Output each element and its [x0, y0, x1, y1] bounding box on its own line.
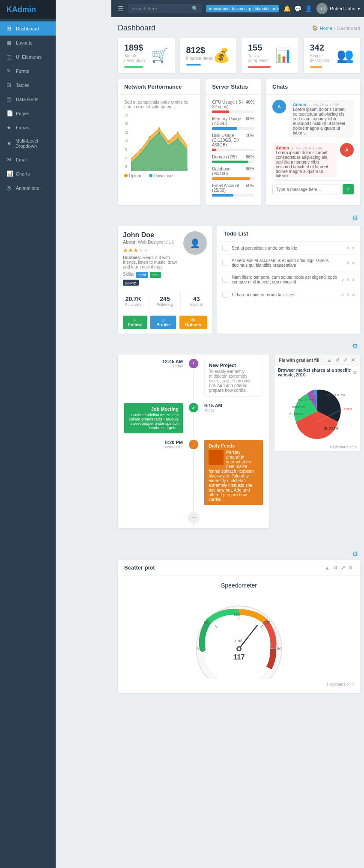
scatter-header: Scatter plot ▲ ↺ ⤢ ✕ [118, 560, 360, 576]
chat-avatar-2: A [340, 143, 354, 157]
sidebar-item-dashboard[interactable]: ⊞ Dashboard [0, 21, 56, 36]
todo-check[interactable] [222, 292, 228, 298]
gear-button-2[interactable]: ⚙ [350, 340, 360, 352]
todo-check-icon[interactable]: ✓ [341, 277, 345, 282]
tasks-icon: 📊 [275, 47, 292, 63]
chat-send-button[interactable]: ✓ [343, 184, 354, 194]
sidebar-label: Email [16, 157, 28, 162]
svg-point-14 [140, 149, 141, 151]
scatter-refresh-btn[interactable]: ↺ [332, 565, 338, 571]
todo-delete-icon[interactable]: ✕ [352, 261, 355, 265]
timeline-time: 8:20 PM [124, 440, 183, 445]
svg-text:150: 150 [125, 121, 128, 126]
sidebar-label: Charts [16, 171, 30, 176]
pie-controls: ▲ ↺ ⤢ ✕ [326, 357, 356, 363]
chat-message-0: A Admin Jul 08, 2014 17:06 Lorem ipsum d… [272, 100, 354, 138]
scatter-collapse-btn[interactable]: ▲ [324, 565, 331, 571]
todo-delete-icon[interactable]: ✕ [352, 277, 355, 282]
stat-card-2: 155 Tasks completed 📊 [242, 38, 298, 73]
sidebar-item-multilevel[interactable]: ▼ Multi-Level Dropdown [0, 134, 56, 152]
options-button[interactable]: ⚙ Options [179, 316, 207, 329]
timeline-dot-2: → [189, 440, 198, 449]
todo-delete-icon[interactable]: ✕ [352, 292, 355, 297]
job-meeting-card: Job Meeting Caule dandelion maize lenti … [124, 403, 183, 433]
user-topbar-icon[interactable]: 👤 [305, 5, 312, 12]
sidebar-item-forms[interactable]: ✎ Forms [0, 64, 56, 78]
sidebar-item-animations[interactable]: ◎ Animations [0, 181, 56, 195]
todo-edit-icon[interactable]: ✎ [346, 292, 350, 297]
scatter-panel: Scatter plot ▲ ↺ ⤢ ✕ Speedometer [118, 560, 360, 693]
svg-point-20 [158, 131, 160, 134]
sidebar-item-charts[interactable]: 📊 Charts [0, 167, 56, 181]
svg-text:75: 75 [125, 147, 127, 152]
sidebar-item-pages[interactable]: 📄 Pages [0, 106, 56, 120]
pie-close-btn[interactable]: ✕ [350, 357, 356, 363]
dashboard-icon: ⊞ [6, 25, 12, 32]
email-icon: ✉ [6, 156, 12, 163]
chat-input[interactable] [272, 185, 340, 194]
svg-text:Apr: Apr [159, 167, 163, 171]
upload-legend: Upload [124, 173, 143, 178]
charts-icon: 📊 [6, 170, 12, 177]
sidebar-label: UI Elements [16, 54, 42, 60]
todo-text: Sed ut perspiciatis unde omnis Ide [232, 246, 297, 251]
timeline-item-0: 12:45 AM Today ! New Project Tolerably e… [124, 359, 263, 397]
todo-edit-icon[interactable]: ✎ [346, 277, 350, 282]
sidebar: KAdmin ⊞ Dashboard ▦ Layouts ◫ UI Elemen… [0, 0, 56, 868]
sidebar-label: Animations [16, 185, 39, 191]
sidebar-item-extras[interactable]: ★ Extras [0, 120, 56, 134]
menu-icon[interactable]: ☰ [118, 5, 124, 13]
datagrids-icon: ▤ [6, 96, 12, 102]
progress-row-2: Disk Usage (C:120GB, D:/ 430GB)10% [212, 133, 254, 151]
bell-icon[interactable]: 🔔 [283, 5, 291, 12]
stat-bar [124, 66, 143, 68]
sidebar-label: Tables [16, 83, 30, 88]
sidebar-item-layouts[interactable]: ▦ Layouts [0, 36, 56, 50]
progress-row-4: Database (90/100)90% [212, 167, 254, 180]
pages-icon: 📄 [6, 110, 12, 116]
scatter-expand-btn[interactable]: ⤢ [340, 565, 346, 571]
gear-button[interactable]: ⚙ [350, 212, 360, 224]
stat-bar [186, 64, 201, 66]
gear-button-3[interactable]: ⚙ [350, 548, 360, 560]
sidebar-item-email[interactable]: ✉ Email [0, 152, 56, 167]
sidebar-item-data-grids[interactable]: ▤ Data Grids [0, 92, 56, 106]
todo-edit-icon[interactable]: ✎ [346, 246, 350, 251]
todo-check-icon[interactable]: ✓ [341, 292, 345, 297]
profile-button[interactable]: ☺ Profile [150, 316, 176, 329]
skill-css: css [150, 272, 161, 278]
todo-check[interactable] [222, 260, 228, 266]
timeline: 12:45 AM Today ! New Project Tolerably e… [118, 355, 269, 528]
todo-edit-icon[interactable]: ✎ [346, 261, 350, 265]
pie-refresh-btn[interactable]: ↺ [334, 357, 340, 363]
sidebar-item-ui-elements[interactable]: ◫ UI Elements [0, 50, 56, 64]
scatter-close-btn[interactable]: ✕ [348, 565, 354, 571]
svg-text:Others 0.7%: Others 0.7% [326, 393, 345, 397]
forms-icon: ✎ [6, 68, 12, 74]
pie-expand-btn[interactable]: ⤢ [342, 357, 348, 363]
follow-button[interactable]: + Follow [123, 316, 147, 329]
stat-value: 812$ [186, 45, 213, 55]
timeline-card-0: New Project Tolerably earnestly middleto… [204, 359, 263, 397]
progress-row-5: Email Account (25/50)50% [212, 183, 254, 197]
sidebar-item-tables[interactable]: ⊟ Tables [0, 78, 56, 92]
pie-collapse-btn[interactable]: ▲ [326, 357, 333, 363]
todo-check[interactable] [222, 245, 228, 251]
breadcrumb-home[interactable]: Home [320, 26, 332, 31]
todo-title: Todo List [224, 230, 248, 237]
search-input[interactable] [131, 6, 190, 11]
pie-title-header: Pie with gradient fill [279, 358, 319, 363]
stat-bar [248, 66, 271, 68]
chat-topbar-icon[interactable]: 💬 [294, 5, 301, 12]
stat-card-0: 189$ Simple description 🛒 [118, 38, 175, 73]
topbar-search: 🔍 [128, 4, 202, 13]
search-icon: 🔍 [192, 6, 198, 12]
sidebar-label: Data Grids [16, 97, 39, 102]
todo-delete-icon[interactable]: ✕ [352, 246, 355, 251]
pie-panel: Pie with gradient fill ▲ ↺ ⤢ ✕ Browser m… [274, 355, 360, 451]
topbar-user[interactable]: RJ Robert John ▾ [316, 3, 360, 14]
pie-menu-icon[interactable]: ≡ [353, 369, 357, 376]
svg-text:Firefox: Firefox [344, 407, 352, 411]
stat-followers: 20,7K Followers [118, 291, 149, 311]
todo-check[interactable] [222, 277, 228, 283]
